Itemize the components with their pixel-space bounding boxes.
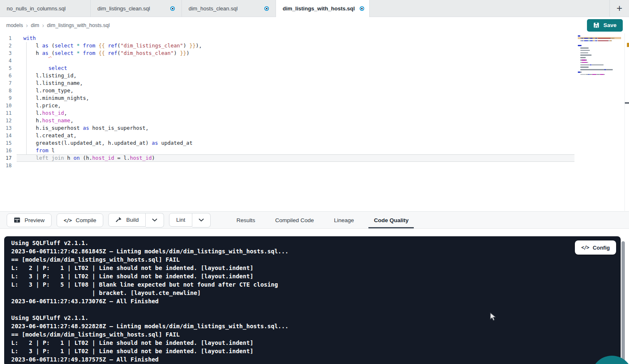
code-line[interactable]: 10 l.price, — [0, 102, 624, 109]
code-line[interactable]: 9 l.minimum_nights, — [0, 94, 624, 102]
terminal-line: L: 3 | P: 1 | LT02 | Line should not be … — [11, 272, 621, 280]
terminal-line: == [models/dim/dim_listings_with_hosts.s… — [11, 330, 621, 339]
code-line[interactable]: 16 from l — [0, 147, 624, 154]
code-text: left join h on (h.host_id = l.host_id) — [23, 154, 155, 162]
terminal-line: | bracket. [layout.cte_newline] — [11, 289, 621, 297]
line-number: 17 — [0, 154, 12, 162]
breadcrumb-segment[interactable]: dim — [31, 22, 39, 28]
build-options-button[interactable] — [146, 213, 164, 228]
line-number: 2 — [0, 42, 12, 50]
terminal-line: 2023-06-06T11:27:48.922828Z — Linting mo… — [11, 322, 621, 330]
code-line[interactable]: 3 h as (select * from {{ ref("dim_hosts_… — [0, 50, 624, 57]
build-button[interactable]: Build — [108, 213, 146, 227]
table-icon — [14, 217, 20, 223]
minimap[interactable] — [578, 35, 621, 86]
tab-code-quality[interactable]: Code Quality — [368, 212, 414, 228]
line-number: 5 — [0, 64, 12, 72]
lint-button[interactable]: Lint — [169, 213, 192, 227]
tab-no-nulls-in-columns-sql[interactable]: no_nulls_in_columns.sql — [0, 0, 91, 17]
code-line[interactable]: 17 left join h on (h.host_id = l.host_id… — [0, 154, 624, 162]
tab-dim-listings-with-hosts-sql[interactable]: dim_listings_with_hosts.sql — [276, 0, 370, 17]
line-number: 12 — [0, 117, 12, 124]
tab-bar: no_nulls_in_columns.sqldim_listings_clea… — [0, 0, 629, 17]
line-number: 7 — [0, 79, 12, 87]
code-line[interactable]: 5 select — [0, 64, 624, 72]
code-line[interactable]: 2 l as (select * from {{ ref("dim_listin… — [0, 42, 624, 50]
code-line[interactable]: 7 l.listing_name, — [0, 79, 624, 87]
minimap-line — [578, 59, 587, 61]
lint-output-terminal[interactable]: Using SQLFluff v2.1.1.2023-06-06T11:27:4… — [4, 236, 621, 364]
line-number: 10 — [0, 102, 12, 109]
tab-lineage[interactable]: Lineage — [328, 212, 359, 228]
panel-tabs: ResultsCompiled CodeLineageCode Quality — [226, 212, 418, 228]
action-toolbar: Preview</>CompileBuildLint ResultsCompil… — [0, 211, 629, 229]
tab-compiled-code[interactable]: Compiled Code — [270, 212, 319, 228]
minimap-line — [578, 74, 605, 75]
hammer-icon — [115, 216, 122, 223]
code-text: greatest(l.updated_at, h.updated_at) as … — [23, 139, 192, 147]
code-text: select — [23, 64, 67, 72]
terminal-scrollbar[interactable] — [622, 241, 625, 364]
line-number: 14 — [0, 132, 12, 139]
line-number: 8 — [0, 87, 12, 94]
chevron-down-icon — [199, 218, 204, 222]
minimap-line — [578, 35, 580, 37]
ruler-warning-marker — [627, 43, 629, 47]
lint-button-split: Lint — [169, 213, 211, 228]
minimap-line — [578, 72, 582, 73]
line-number: 1 — [0, 35, 12, 42]
code-text: h.host_name, — [23, 117, 73, 124]
preview-label: Preview — [25, 217, 45, 223]
code-line[interactable]: 8 l.room_type, — [0, 87, 624, 94]
terminal-line: L: 3 | P: 1 | LT02 | Line should not be … — [11, 347, 621, 355]
terminal-line — [11, 305, 621, 314]
line-number: 18 — [0, 162, 12, 169]
minimap-line — [578, 64, 604, 66]
terminal-line: 2023-06-06T11:27:42.861845Z — Linting mo… — [11, 247, 621, 255]
tab-results[interactable]: Results — [231, 212, 261, 228]
code-line[interactable]: 6 l.listing_id, — [0, 72, 624, 79]
build-label: Build — [126, 217, 139, 223]
chevron-down-icon — [152, 218, 157, 222]
minimap-line — [578, 57, 586, 58]
code-line[interactable]: 4 — [0, 57, 624, 64]
compile-button[interactable]: </>Compile — [57, 213, 103, 227]
terminal-line: Using SQLFluff v2.1.1. — [11, 314, 621, 322]
code-text: l.room_type, — [23, 87, 73, 94]
code-area[interactable]: 1with2 l as (select * from {{ ref("dim_l… — [0, 35, 624, 169]
minimap-line — [578, 47, 589, 49]
line-number: 3 — [0, 50, 12, 57]
minimap-line — [578, 52, 588, 54]
preview-button[interactable]: Preview — [7, 213, 52, 227]
tab-label: dim_hosts_clean.sql — [189, 5, 238, 12]
config-button[interactable]: </> Config — [575, 240, 616, 255]
code-line[interactable]: 12 h.host_name, — [0, 117, 624, 124]
lint-options-button[interactable] — [192, 213, 211, 228]
breadcrumb-segment[interactable]: models — [6, 22, 23, 28]
code-editor[interactable]: 1with2 l as (select * from {{ ref("dim_l… — [0, 33, 624, 211]
code-line[interactable]: 13 h.is_superhost as host_is_superhost, — [0, 124, 624, 132]
code-text: l.listing_name, — [23, 79, 83, 87]
tab-label: dim_listings_clean.sql — [97, 5, 150, 12]
code-icon: </> — [64, 217, 72, 223]
code-line[interactable]: 15 greatest(l.updated_at, h.updated_at) … — [0, 139, 624, 147]
tab-strip: no_nulls_in_columns.sqldim_listings_clea… — [0, 0, 370, 17]
terminal-line: 2023-06-06T11:27:43.173076Z — All Finish… — [11, 297, 621, 305]
new-tab-button[interactable]: + — [609, 0, 629, 17]
chevron-right-icon: › — [26, 22, 28, 28]
code-line[interactable]: 1with — [0, 35, 624, 42]
tab-dim-listings-clean-sql[interactable]: dim_listings_clean.sql — [91, 0, 182, 17]
code-line[interactable]: 14 l.created_at, — [0, 132, 624, 139]
code-text: h.is_superhost as host_is_superhost, — [23, 124, 149, 132]
code-text: l.host_id, — [23, 109, 67, 117]
tab-label: dim_listings_with_hosts.sql — [283, 5, 355, 12]
tab-dim-hosts-clean-sql[interactable]: dim_hosts_clean.sql — [182, 0, 276, 17]
unsaved-dot-icon — [360, 6, 364, 11]
code-line[interactable]: 18 — [0, 162, 624, 169]
breadcrumb-segment[interactable]: dim_listings_with_hosts.sql — [47, 22, 110, 28]
save-button[interactable]: Save — [587, 19, 623, 32]
overview-ruler[interactable] — [624, 33, 629, 211]
tab-label: no_nulls_in_columns.sql — [7, 5, 66, 12]
code-line[interactable]: 11 l.host_id, — [0, 109, 624, 117]
line-number: 6 — [0, 72, 12, 79]
